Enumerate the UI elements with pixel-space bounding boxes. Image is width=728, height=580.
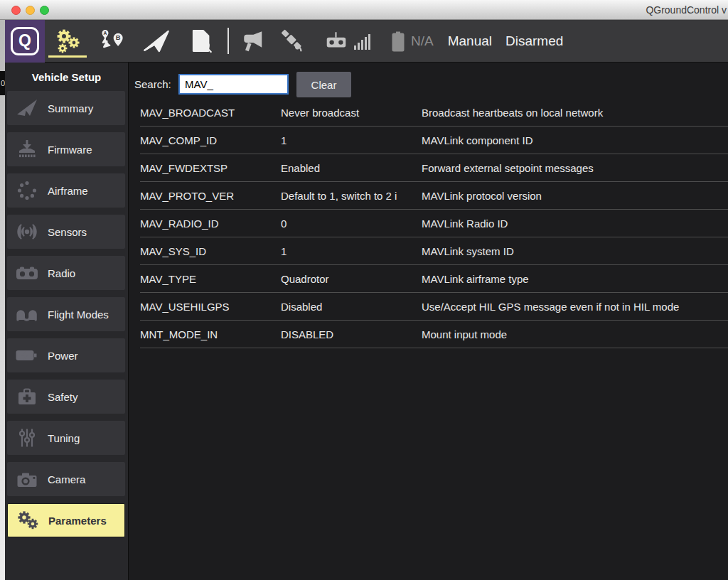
sidebar-item-summary[interactable]: Summary <box>7 91 125 125</box>
param-row-mav-broadcast[interactable]: MAV_BROADCAST Never broadcast Broadcast … <box>129 99 728 127</box>
sliders-icon <box>15 427 39 449</box>
svg-text:B: B <box>116 34 121 41</box>
sidebar-item-label: Sensors <box>48 226 87 238</box>
qgc-logo-icon: Q <box>11 27 39 55</box>
battery-status-text: N/A <box>411 33 434 49</box>
sidebar-item-label: Camera <box>48 473 85 485</box>
vehicle-setup-sidebar: Vehicle Setup Summary Firmware <box>5 63 129 580</box>
qgc-logo-button[interactable]: Q <box>5 20 45 63</box>
param-value: 0 <box>281 218 422 230</box>
param-row-mav-radio-id[interactable]: MAV_RADIO_ID 0 MAVLink Radio ID <box>129 210 728 237</box>
param-description: Broadcast heartbeats on local network <box>422 107 728 119</box>
satellite-icon <box>279 28 306 55</box>
param-description: MAVLink system ID <box>422 245 728 257</box>
waveform-icon <box>15 304 39 324</box>
gps-indicator[interactable] <box>274 20 311 63</box>
param-row-mav-usehilgps[interactable]: MAV_USEHILGPS Disabled Use/Accept HIL GP… <box>129 293 728 321</box>
sidebar-item-label: Firmware <box>48 144 92 156</box>
sidebar-item-power[interactable]: Power <box>7 338 125 372</box>
arm-status-indicator[interactable]: Disarmed <box>505 33 563 49</box>
signal-strength-indicator[interactable] <box>352 20 373 63</box>
analyze-view-button[interactable] <box>178 20 223 63</box>
plan-view-button[interactable]: A B <box>90 20 134 63</box>
param-row-mav-proto-ver[interactable]: MAV_PROTO_VER Default to 1, switch to 2 … <box>129 182 728 210</box>
param-description: MAVLink Radio ID <box>422 218 728 230</box>
param-name: MAV_SYS_ID <box>140 245 281 257</box>
active-tab-underline <box>48 55 87 58</box>
vehicle-setup-button[interactable] <box>45 20 90 63</box>
window-title: QGroundControl v <box>646 4 727 16</box>
megaphone-icon <box>240 28 268 54</box>
param-name: MAV_USEHILGPS <box>140 301 281 313</box>
param-row-mav-sys-id[interactable]: MAV_SYS_ID 1 MAVLink system ID <box>129 237 728 265</box>
param-value: Disabled <box>281 301 422 313</box>
param-value: Quadrotor <box>281 273 422 285</box>
zoom-window-button[interactable] <box>40 6 49 15</box>
sidebar-item-parameters[interactable]: Parameters <box>7 503 125 537</box>
background-window-edge: 0 <box>0 20 5 580</box>
sidebar-item-camera[interactable]: Camera <box>7 462 125 496</box>
param-row-mav-comp-id[interactable]: MAV_COMP_ID 1 MAVLink component ID <box>129 127 728 154</box>
battery-indicator[interactable] <box>389 20 407 63</box>
param-name: MAV_TYPE <box>140 273 281 285</box>
param-description: Forward external setpoint messages <box>422 162 728 174</box>
param-name: MNT_MODE_IN <box>140 328 281 340</box>
rc-transmitter-icon <box>15 263 39 283</box>
vehicle-messages-indicator[interactable] <box>234 20 274 63</box>
waypoints-plan-icon: A B <box>98 27 127 55</box>
sidebar-item-airframe[interactable]: Airframe <box>7 173 125 208</box>
param-value: 1 <box>281 134 422 146</box>
firmware-download-icon <box>15 139 39 160</box>
sidebar-title: Vehicle Setup <box>5 63 128 91</box>
gears-icon <box>16 510 40 531</box>
param-name: MAV_BROADCAST <box>140 107 281 119</box>
param-name: MAV_PROTO_VER <box>140 190 281 202</box>
flight-mode-indicator[interactable]: Manual <box>448 33 492 49</box>
sidebar-item-sensors[interactable]: Sensors <box>7 215 125 249</box>
paper-plane-icon <box>15 98 39 118</box>
fly-view-button[interactable] <box>134 20 178 63</box>
background-window-fragment: 0 <box>0 71 5 95</box>
search-input[interactable] <box>178 74 289 95</box>
sidebar-item-label: Flight Modes <box>48 308 109 321</box>
qgroundcontrol-window: QGroundControl v 0 Q A <box>0 0 728 580</box>
param-description: MAVLink airframe type <box>422 273 728 285</box>
sidebar-item-radio[interactable]: Radio <box>7 256 125 290</box>
parameter-search-bar: Search: Clear <box>129 71 728 97</box>
search-label: Search: <box>134 71 171 97</box>
macos-titlebar: QGroundControl v <box>0 0 728 20</box>
param-value: 1 <box>281 245 422 257</box>
signal-rings-icon <box>15 221 39 242</box>
clear-search-button[interactable]: Clear <box>296 72 351 97</box>
svg-text:A: A <box>104 31 107 36</box>
close-window-button[interactable] <box>11 6 21 15</box>
battery-icon <box>390 31 406 52</box>
param-value: Never broadcast <box>281 107 422 119</box>
param-row-mav-fwdextsp[interactable]: MAV_FWDEXTSP Enabled Forward external se… <box>129 154 728 182</box>
sidebar-item-label: Airframe <box>48 185 88 197</box>
sidebar-item-label: Parameters <box>48 515 107 527</box>
param-row-mav-type[interactable]: MAV_TYPE Quadrotor MAVLink airframe type <box>129 265 728 293</box>
minimize-window-button[interactable] <box>26 6 35 15</box>
param-row-mnt-mode-in[interactable]: MNT_MODE_IN DISABLED Mount input mode <box>129 321 728 348</box>
sidebar-item-flight-modes[interactable]: Flight Modes <box>7 297 125 331</box>
param-description: MAVLink component ID <box>422 134 728 146</box>
document-search-icon <box>186 27 215 55</box>
param-description: MAVLink protocol version <box>422 190 728 202</box>
sidebar-item-tuning[interactable]: Tuning <box>7 421 125 455</box>
sidebar-item-safety[interactable]: Safety <box>7 380 125 414</box>
param-value: Enabled <box>281 162 422 174</box>
parameter-table: MAV_BROADCAST Never broadcast Broadcast … <box>129 99 728 348</box>
param-description: Use/Accept HIL GPS message even if not i… <box>422 301 728 313</box>
sidebar-item-label: Radio <box>48 267 75 279</box>
sidebar-item-label: Tuning <box>48 432 80 444</box>
parameters-panel: Search: Clear MAV_BROADCAST Never broadc… <box>129 63 728 580</box>
sidebar-item-label: Summary <box>48 102 93 114</box>
paper-plane-icon <box>141 28 171 54</box>
param-name: MAV_RADIO_ID <box>140 218 281 230</box>
param-description: Mount input mode <box>422 328 728 340</box>
sidebar-item-firmware[interactable]: Firmware <box>7 132 125 166</box>
main-toolbar: Q A B <box>5 20 728 63</box>
rc-rssi-indicator[interactable] <box>321 20 352 63</box>
dotted-circle-icon <box>15 180 39 201</box>
